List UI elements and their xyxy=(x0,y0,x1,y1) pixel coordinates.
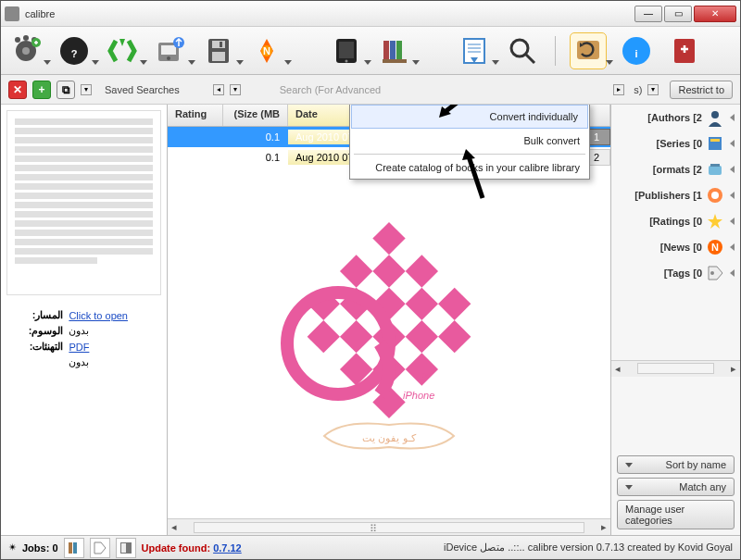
view-button[interactable] xyxy=(457,33,492,68)
svg-point-65 xyxy=(710,271,714,275)
watermark-logo: 8 iPhone كـو يفون يت xyxy=(168,168,610,518)
meta-path-label: :المسار xyxy=(8,308,65,322)
saved-searches-label: Saved Searches xyxy=(105,84,180,95)
app-icon xyxy=(5,6,19,21)
restrict-button[interactable]: Restrict to xyxy=(670,81,733,99)
manage-cats-button[interactable]: Manage user categories xyxy=(617,500,735,529)
svg-point-1 xyxy=(22,47,30,55)
cat-tags[interactable]: [Tags [0 xyxy=(611,260,740,286)
sb-tag-icon[interactable] xyxy=(90,538,110,558)
col-rating[interactable]: Rating xyxy=(168,105,223,126)
window-buttons: — ▭ ✕ xyxy=(634,6,736,22)
app-window: calibre — ▭ ✕ ? N i ✕ + ⧉ ▾ Saved Search… xyxy=(0,0,741,560)
svg-point-3 xyxy=(23,35,29,41)
svg-rect-9 xyxy=(161,45,176,55)
cat-news[interactable]: [News [0N xyxy=(611,234,740,260)
svg-rect-19 xyxy=(339,42,354,58)
meta-tags-value: بدون xyxy=(67,324,159,338)
edit-metadata-button[interactable]: ? xyxy=(57,33,92,68)
clear-button[interactable]: ✕ xyxy=(8,81,27,99)
fetch-news-button[interactable]: N xyxy=(249,33,284,68)
annotation-arrow-1 xyxy=(434,105,490,118)
svg-point-2 xyxy=(15,37,20,43)
svg-text:iPhone: iPhone xyxy=(403,390,434,401)
add-books-button[interactable] xyxy=(8,33,44,68)
right-pane: [Authors [2 [Series [0 [ormats [2 [Publi… xyxy=(610,105,740,535)
svg-text:i: i xyxy=(634,48,637,59)
svg-text:N: N xyxy=(711,242,719,253)
search-input[interactable]: Search (For Advanced xyxy=(274,81,609,98)
h-scrollbar[interactable]: ◂⠿▸ xyxy=(168,518,610,535)
cat-series[interactable]: [Series [0 xyxy=(611,131,740,156)
titlebar: calibre — ▭ ✕ xyxy=(1,1,740,27)
col-size[interactable]: (Size (MB xyxy=(223,105,288,126)
status-right: iDevice متصل ..::.. calibre version 0.7.… xyxy=(444,541,733,554)
cat-authors[interactable]: [Authors [2 xyxy=(611,105,740,131)
filter-dropdown[interactable]: ▾ xyxy=(81,84,92,95)
svg-rect-60 xyxy=(710,164,720,167)
meta-fmt-link[interactable]: PDF xyxy=(69,342,89,353)
svg-rect-66 xyxy=(69,542,72,554)
search-button[interactable] xyxy=(505,33,540,68)
search-history-dropdown[interactable]: ▾ xyxy=(230,84,241,95)
convert-dropdown-button[interactable] xyxy=(571,33,606,68)
sort-button[interactable]: Sort by name xyxy=(617,455,735,474)
maximize-button[interactable]: ▭ xyxy=(664,6,692,22)
update-link[interactable]: 0.7.12 xyxy=(213,542,242,554)
svg-text:8: 8 xyxy=(421,371,428,382)
copy-button[interactable]: ⧉ xyxy=(57,81,75,99)
cover-preview xyxy=(6,110,161,295)
cat-formats[interactable]: [ormats [2 xyxy=(611,156,740,182)
cat-publishers[interactable]: [Publishers [1 xyxy=(611,182,740,208)
library-button[interactable] xyxy=(377,33,412,68)
sb-layout-icon[interactable] xyxy=(116,538,136,558)
add-book-red-button[interactable] xyxy=(667,33,702,68)
search-go-button[interactable]: ▸ xyxy=(613,84,624,95)
convert-books-button[interactable] xyxy=(105,33,140,68)
minimize-button[interactable]: — xyxy=(634,6,662,22)
svg-rect-69 xyxy=(121,543,126,553)
svg-rect-24 xyxy=(383,59,407,63)
main-area: :المسارClick to open :الوسومبدون :التهنئ… xyxy=(1,105,740,535)
s-dropdown[interactable]: ▾ xyxy=(647,84,659,95)
jobs-spinner-icon: ✴ xyxy=(8,541,17,554)
right-h-scrollbar[interactable]: ◂▸ xyxy=(611,360,740,377)
left-pane: :المسارClick to open :الوسومبدون :التهنئ… xyxy=(1,105,168,535)
svg-rect-15 xyxy=(220,42,222,47)
device-ipad-button[interactable] xyxy=(329,33,364,68)
svg-point-10 xyxy=(167,56,170,60)
svg-line-31 xyxy=(444,105,485,113)
svg-point-56 xyxy=(711,111,719,118)
window-title: calibre xyxy=(25,8,634,19)
status-bar: ✴ Jobs: 0 Update found: 0.7.12 iDevice م… xyxy=(1,535,740,559)
svg-line-32 xyxy=(469,156,483,198)
svg-rect-23 xyxy=(396,41,402,61)
svg-rect-59 xyxy=(709,166,722,175)
svg-rect-22 xyxy=(390,41,396,61)
match-button[interactable]: Match any xyxy=(617,478,735,496)
meta-none: بدون xyxy=(67,355,159,369)
add-filter-button[interactable]: + xyxy=(32,81,51,99)
svg-point-20 xyxy=(345,59,348,62)
svg-text:N: N xyxy=(263,45,270,56)
meta-tags-label: :الوسوم xyxy=(8,324,65,338)
svg-text:?: ? xyxy=(71,48,78,59)
search-back-button[interactable]: ◂ xyxy=(213,84,224,95)
cat-ratings[interactable]: [Ratings [0 xyxy=(611,208,740,234)
search-row: ✕ + ⧉ ▾ Saved Searches ◂ ▾ Search (For A… xyxy=(1,75,740,105)
svg-rect-21 xyxy=(383,41,389,61)
main-toolbar: ? N i xyxy=(1,27,740,75)
save-to-disk-button[interactable] xyxy=(201,33,236,68)
update-label: Update found: 0.7.12 xyxy=(142,542,242,554)
svg-rect-58 xyxy=(710,139,720,142)
jobs-label: Jobs: 0 xyxy=(22,542,58,554)
meta-path-link[interactable]: Click to open xyxy=(69,310,128,321)
svg-text:كـو يفون يت: كـو يفون يت xyxy=(362,432,416,444)
right-buttons: Sort by name Match any Manage user categ… xyxy=(611,450,740,535)
meta-fmt-label: :التهنئات xyxy=(8,340,65,354)
sb-library-icon[interactable] xyxy=(64,538,84,558)
info-button[interactable]: i xyxy=(619,33,654,68)
close-button[interactable]: ✕ xyxy=(694,6,736,22)
metadata-table: :المسارClick to open :الوسومبدون :التهنئ… xyxy=(6,306,161,371)
send-to-device-button[interactable] xyxy=(153,33,188,68)
